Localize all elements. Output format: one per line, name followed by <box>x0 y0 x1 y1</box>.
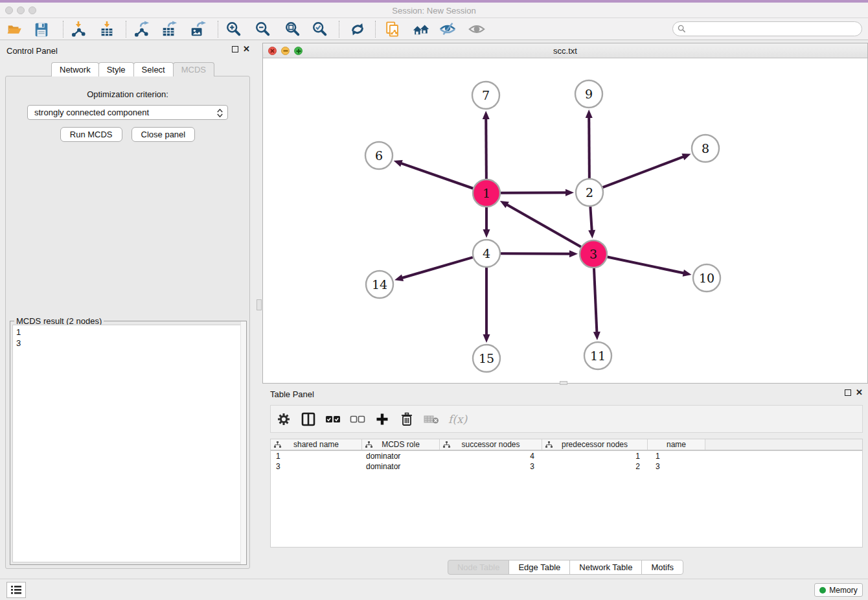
table-cell[interactable]: 1 <box>648 451 705 461</box>
graph-node-label: 1 <box>483 186 490 200</box>
zoom-selected-icon[interactable] <box>311 20 329 38</box>
zoom-out-icon[interactable] <box>254 20 272 38</box>
delete-column-icon[interactable] <box>399 411 415 427</box>
houses-icon[interactable] <box>412 20 430 38</box>
deselect-all-icon[interactable] <box>350 411 365 427</box>
close-table-panel-icon[interactable]: ✕ <box>856 389 863 396</box>
table-cell[interactable]: 4 <box>440 451 542 461</box>
close-panel-button[interactable]: Close panel <box>131 127 196 142</box>
network-window-title: scc.txt <box>263 46 867 56</box>
node-table[interactable]: shared nameMCDS rolesuccessor nodesprede… <box>270 439 863 548</box>
table-cell[interactable]: 1 <box>542 451 648 461</box>
graph-edge-1-6[interactable] <box>400 163 473 189</box>
graph-edge-arrowhead <box>681 154 691 160</box>
column-header-shared-name[interactable]: shared name <box>271 439 362 450</box>
table-row[interactable]: 3dominator323 <box>271 461 862 472</box>
graph-edge-arrowhead <box>565 189 574 196</box>
table-panel-title: Table Panel <box>270 389 314 399</box>
tab-motifs[interactable]: Motifs <box>641 560 683 575</box>
graph-edge-2-8[interactable] <box>603 156 685 187</box>
tab-edge-table[interactable]: Edge Table <box>508 560 570 575</box>
graph-edge-arrowhead <box>569 250 578 257</box>
search-input[interactable] <box>689 25 862 34</box>
table-header-row: shared nameMCDS rolesuccessor nodesprede… <box>271 439 862 451</box>
graph-node-label: 9 <box>585 87 593 101</box>
titlebar: Session: New Session <box>0 3 868 18</box>
tab-node-table[interactable]: Node Table <box>448 560 510 575</box>
graph-edge-3-1[interactable] <box>506 204 580 247</box>
select-all-icon[interactable] <box>325 411 341 427</box>
zoom-fit-icon[interactable] <box>284 20 302 38</box>
search-icon <box>678 25 686 33</box>
zoom-in-icon[interactable] <box>225 20 243 38</box>
criterion-dropdown[interactable]: strongly connected component <box>27 105 228 120</box>
network-view-window: scc.txt 7968124314101511 <box>262 43 868 384</box>
graph-edge-3-11[interactable] <box>594 268 597 333</box>
table-cell[interactable]: 3 <box>271 461 362 472</box>
optimization-criterion-label: Optimization criterion: <box>6 89 249 99</box>
table-row[interactable]: 1dominator411 <box>271 451 862 461</box>
table-cell[interactable]: 3 <box>440 461 542 472</box>
main-toolbar <box>0 18 868 40</box>
tab-select[interactable]: Select <box>133 62 174 76</box>
close-panel-icon[interactable]: ✕ <box>243 46 250 52</box>
import-table-icon[interactable] <box>98 20 116 38</box>
table-cell[interactable]: dominator <box>362 451 440 461</box>
control-panel-title: Control Panel <box>6 46 58 56</box>
columns-icon[interactable] <box>301 411 316 427</box>
graph-node-label: 11 <box>590 349 606 363</box>
network-from-selection-icon[interactable] <box>383 20 402 38</box>
network-window-titlebar[interactable]: scc.txt <box>263 43 867 58</box>
mcds-result-scrollbar[interactable] <box>240 321 246 564</box>
export-table-icon[interactable] <box>160 20 178 38</box>
tab-network[interactable]: Network <box>51 62 99 76</box>
table-cell[interactable]: 3 <box>648 461 705 472</box>
save-session-icon[interactable] <box>32 20 51 38</box>
float-panel-icon[interactable] <box>232 46 238 52</box>
export-image-icon[interactable] <box>188 20 207 38</box>
tab-mcds[interactable]: MCDS <box>173 62 214 76</box>
eye-icon[interactable] <box>468 20 486 38</box>
vertical-splitter-handle[interactable] <box>257 299 262 310</box>
import-network-icon[interactable] <box>69 20 87 38</box>
column-header-MCDS-role[interactable]: MCDS role <box>362 439 440 450</box>
graph-edge-4-3[interactable] <box>501 253 571 254</box>
network-graph[interactable]: 7968124314101511 <box>263 58 867 383</box>
status-bar: Memory <box>0 579 868 600</box>
mcds-result-text[interactable]: 1 3 <box>12 325 244 562</box>
export-network-icon[interactable] <box>132 20 150 38</box>
column-header-predecessor-nodes[interactable]: predecessor nodes <box>542 439 648 450</box>
tab-network-table[interactable]: Network Table <box>569 560 642 575</box>
table-cell[interactable]: dominator <box>362 461 440 472</box>
graph-edge-1-7[interactable] <box>486 118 486 179</box>
float-table-panel-icon[interactable] <box>845 389 851 396</box>
graph-edge-1-2[interactable] <box>501 192 567 193</box>
open-file-icon[interactable] <box>5 20 23 38</box>
column-header-successor-nodes[interactable]: successor nodes <box>440 439 542 450</box>
function-builder-icon: f(x) <box>448 411 467 427</box>
column-header-name[interactable]: name <box>648 439 705 450</box>
memory-status-icon <box>819 587 826 594</box>
network-canvas[interactable]: 7968124314101511 <box>263 58 867 383</box>
graph-edge-2-3[interactable] <box>590 207 591 231</box>
gear-icon[interactable] <box>276 411 291 427</box>
tab-style[interactable]: Style <box>98 62 134 76</box>
memory-label: Memory <box>829 586 857 595</box>
graph-edge-arrowhead <box>483 111 490 119</box>
graph-edge-3-10[interactable] <box>608 257 685 273</box>
graph-edge-2-9[interactable] <box>589 117 589 178</box>
table-cell[interactable]: 2 <box>542 461 648 472</box>
memory-button[interactable]: Memory <box>814 583 863 597</box>
search-field[interactable] <box>672 21 862 36</box>
graph-node-label: 3 <box>589 247 597 261</box>
dropdown-stepper-icon <box>217 108 223 118</box>
eye-slash-icon[interactable] <box>439 20 457 38</box>
add-column-icon[interactable] <box>374 411 390 427</box>
table-cell[interactable]: 1 <box>271 451 362 461</box>
graph-edge-4-14[interactable] <box>402 257 473 278</box>
graph-node-label: 15 <box>479 351 494 365</box>
run-mcds-button[interactable]: Run MCDS <box>60 127 122 142</box>
task-history-button[interactable] <box>6 582 26 598</box>
graph-edge-arrowhead <box>394 274 404 281</box>
apply-layout-icon[interactable] <box>348 20 367 38</box>
